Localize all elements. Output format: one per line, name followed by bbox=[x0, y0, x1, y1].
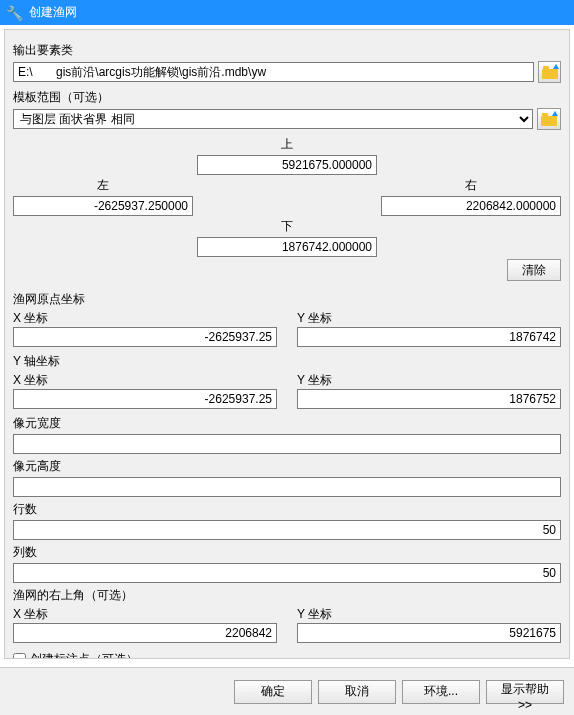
browse-extent-button[interactable] bbox=[537, 108, 561, 130]
cols-input[interactable] bbox=[13, 563, 561, 583]
output-class-input[interactable] bbox=[13, 62, 534, 82]
yaxis-x-label: X 坐标 bbox=[13, 372, 277, 389]
origin-label: 渔网原点坐标 bbox=[13, 291, 561, 308]
cell-width-label: 像元宽度 bbox=[13, 415, 561, 432]
extent-top-label: 上 bbox=[197, 136, 377, 153]
rows-label: 行数 bbox=[13, 501, 561, 518]
cell-height-input[interactable] bbox=[13, 477, 561, 497]
cols-label: 列数 bbox=[13, 544, 561, 561]
wrench-icon: 🔧 bbox=[6, 5, 23, 21]
window-title: 创建渔网 bbox=[29, 4, 77, 21]
extent-left-input[interactable] bbox=[13, 196, 193, 216]
yaxis-label: Y 轴坐标 bbox=[13, 353, 561, 370]
opposite-y-input[interactable] bbox=[297, 623, 561, 643]
origin-x-label: X 坐标 bbox=[13, 310, 277, 327]
clear-extent-button[interactable]: 清除 bbox=[507, 259, 561, 281]
yaxis-y-input[interactable] bbox=[297, 389, 561, 409]
extent-top-input[interactable] bbox=[197, 155, 377, 175]
extent-bottom-input[interactable] bbox=[197, 237, 377, 257]
opposite-label: 渔网的右上角（可选） bbox=[13, 587, 561, 604]
help-button[interactable]: 显示帮助>> bbox=[486, 680, 564, 704]
opposite-x-input[interactable] bbox=[13, 623, 277, 643]
create-labels-checkbox[interactable] bbox=[13, 653, 26, 659]
template-extent-select[interactable]: 与图层 面状省界 相同 bbox=[13, 109, 533, 129]
output-class-label: 输出要素类 bbox=[13, 42, 561, 59]
template-extent-label: 模板范围（可选） bbox=[13, 89, 561, 106]
opposite-x-label: X 坐标 bbox=[13, 606, 277, 623]
extent-right-input[interactable] bbox=[381, 196, 561, 216]
extent-right-label: 右 bbox=[381, 177, 561, 194]
ok-button[interactable]: 确定 bbox=[234, 680, 312, 704]
button-bar: 确定 取消 环境... 显示帮助>> bbox=[0, 667, 574, 715]
folder-icon bbox=[542, 66, 558, 79]
cell-width-input[interactable] bbox=[13, 434, 561, 454]
extent-box: 上 左 右 下 清除 bbox=[13, 136, 561, 281]
cell-height-label: 像元高度 bbox=[13, 458, 561, 475]
title-bar: 🔧 创建渔网 bbox=[0, 0, 574, 25]
create-labels-label: 创建标注点（可选） bbox=[30, 651, 138, 659]
env-button[interactable]: 环境... bbox=[402, 680, 480, 704]
rows-input[interactable] bbox=[13, 520, 561, 540]
cancel-button[interactable]: 取消 bbox=[318, 680, 396, 704]
origin-y-input[interactable] bbox=[297, 327, 561, 347]
yaxis-x-input[interactable] bbox=[13, 389, 277, 409]
opposite-y-label: Y 坐标 bbox=[297, 606, 561, 623]
origin-y-label: Y 坐标 bbox=[297, 310, 561, 327]
folder-icon bbox=[541, 113, 557, 126]
dialog-content: 输出要素类 模板范围（可选） 与图层 面状省界 相同 上 左 右 bbox=[4, 29, 570, 659]
origin-x-input[interactable] bbox=[13, 327, 277, 347]
extent-left-label: 左 bbox=[13, 177, 193, 194]
extent-bottom-label: 下 bbox=[197, 218, 377, 235]
browse-output-button[interactable] bbox=[538, 61, 561, 83]
yaxis-y-label: Y 坐标 bbox=[297, 372, 561, 389]
